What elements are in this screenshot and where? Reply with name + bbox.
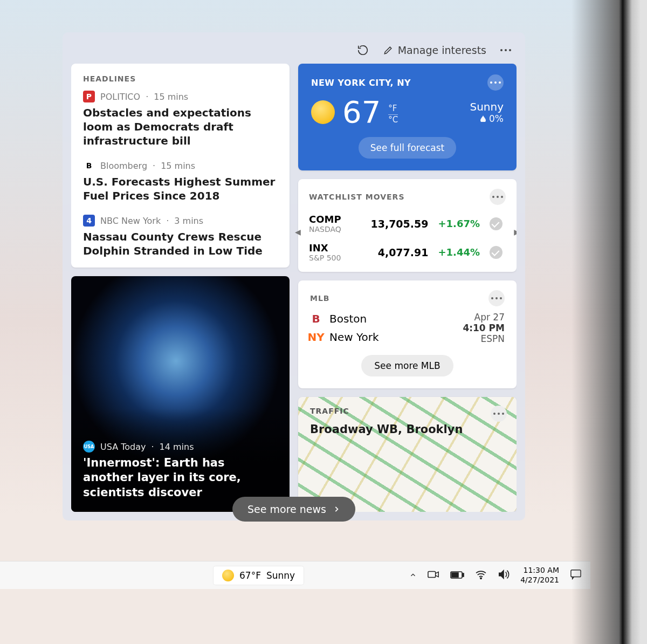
camera-icon (428, 570, 439, 579)
panel-toolbar: Manage interests (71, 41, 517, 64)
source-icon: P (83, 91, 95, 102)
traffic-title: TRAFFIC (310, 407, 505, 415)
refresh-icon (357, 44, 369, 56)
story-title: Nassau County Crews Rescue Dolphin Stran… (83, 230, 278, 258)
check-icon[interactable] (490, 217, 503, 230)
svg-rect-2 (463, 573, 464, 577)
see-more-mlb-button[interactable]: See more MLB (361, 355, 453, 376)
traffic-card[interactable]: TRAFFIC Broadway WB, Brooklyn (298, 397, 517, 512)
team-row[interactable]: NY New York (310, 331, 379, 344)
manage-interests-label: Manage interests (398, 44, 486, 56)
manage-interests-button[interactable]: Manage interests (383, 44, 486, 56)
game-network: ESPN (463, 333, 505, 344)
weather-temp: 67 (342, 97, 381, 127)
droplet-icon (480, 115, 486, 122)
team-name: New York (329, 331, 379, 344)
headline-story[interactable]: B Bloomberg · 15 mins U.S. Forecasts Hig… (83, 160, 278, 203)
ticker-price: 4,077.91 (378, 246, 429, 258)
taskbar-date: 4/27/2021 (520, 576, 559, 585)
story-time: 14 mins (160, 442, 194, 452)
mlb-more-button[interactable] (488, 290, 505, 306)
weather-humidity: 0% (489, 113, 504, 124)
ticker-symbol: INX (309, 242, 368, 254)
story-title: 'Innermost': Earth has another layer in … (83, 456, 278, 500)
source-name: USA Today (100, 442, 146, 452)
more-icon (493, 413, 504, 415)
weather-card[interactable]: NEW YORK CITY, NY 67 °F °C Sunny 0% (298, 64, 517, 170)
headlines-card: HEADLINES P POLITICO · 15 mins Obstacles… (71, 64, 290, 268)
more-icon (490, 81, 501, 84)
feature-story-card[interactable]: USA USA Today · 14 mins 'Innermost': Ear… (71, 276, 290, 512)
source-icon: 4 (83, 215, 95, 227)
headlines-title: HEADLINES (83, 74, 278, 83)
battery-icon (450, 571, 464, 579)
more-icon (491, 297, 502, 299)
game-meta: Apr 27 4:10 PM ESPN (463, 312, 505, 344)
watchlist-row[interactable]: INX S&P 500 4,077.91 +1.44% (309, 242, 506, 262)
headline-story[interactable]: P POLITICO · 15 mins Obstacles and expec… (83, 91, 278, 148)
game-date: Apr 27 (463, 312, 505, 323)
source-icon: B (83, 160, 95, 172)
weather-city: NEW YORK CITY, NY (311, 78, 411, 88)
temp-units[interactable]: °F °C (388, 104, 398, 125)
see-forecast-button[interactable]: See full forecast (359, 137, 456, 159)
check-icon[interactable] (490, 246, 503, 259)
ticker-price: 13,705.59 (370, 218, 428, 230)
sun-icon (222, 570, 234, 581)
source-name: Bloomberg (100, 161, 147, 171)
mlb-card: MLB B Boston NY New York (298, 280, 517, 388)
ticker-symbol: COMP (309, 214, 361, 225)
game-time: 4:10 PM (463, 323, 505, 333)
unit-c[interactable]: °C (388, 115, 398, 125)
battery-button[interactable] (450, 570, 464, 581)
svg-rect-3 (452, 573, 458, 577)
mlb-title: MLB (310, 294, 330, 303)
watchlist-row[interactable]: COMP NASDAQ 13,705.59 +1.67% (309, 214, 506, 234)
tray-expand-button[interactable] (409, 570, 417, 581)
unit-f[interactable]: °F (388, 104, 398, 115)
svg-point-4 (480, 578, 481, 579)
watchlist-more-button[interactable] (490, 189, 506, 205)
headline-story[interactable]: 4 NBC New York · 3 mins Nassau County Cr… (83, 215, 278, 258)
chevron-up-icon (409, 571, 417, 579)
watchlist-next-button[interactable]: ▶ (514, 228, 517, 236)
volume-button[interactable] (498, 569, 510, 582)
ticker-exchange: NASDAQ (309, 225, 361, 234)
taskbar-weather-button[interactable]: 67°F Sunny (214, 566, 304, 585)
watchlist-card: ◀ ▶ WATCHLIST MOVERS COMP NASDAQ 13,705.… (298, 179, 517, 272)
right-column: NEW YORK CITY, NY 67 °F °C Sunny 0% (298, 64, 517, 512)
panel-columns: HEADLINES P POLITICO · 15 mins Obstacles… (71, 64, 517, 512)
chevron-right-icon (333, 505, 340, 513)
taskbar-time: 11:30 AM (520, 566, 559, 576)
team-icon: NY (310, 331, 322, 343)
device-bezel (572, 0, 647, 644)
team-name: Boston (329, 312, 367, 325)
taskbar-clock[interactable]: 11:30 AM 4/27/2021 (520, 566, 559, 585)
team-row[interactable]: B Boston (310, 312, 379, 325)
ticker-change: +1.44% (438, 246, 480, 258)
source-name: NBC New York (100, 216, 161, 226)
taskbar: 67°F Sunny 11:30 AM 4/27/2021 (0, 561, 590, 589)
meet-now-button[interactable] (428, 570, 439, 581)
pencil-icon (383, 45, 394, 56)
sun-icon (311, 100, 335, 124)
traffic-more-button[interactable] (491, 406, 507, 422)
story-title: U.S. Forecasts Highest Summer Fuel Price… (83, 175, 278, 203)
notifications-button[interactable] (570, 569, 582, 582)
watchlist-prev-button[interactable]: ◀ (295, 228, 301, 236)
speaker-icon (498, 569, 510, 580)
team-icon: B (310, 313, 322, 325)
refresh-button[interactable] (357, 44, 369, 56)
panel-more-button[interactable] (500, 49, 511, 51)
wifi-button[interactable] (475, 570, 487, 581)
news-interests-panel: Manage interests HEADLINES P POLITICO · … (63, 32, 525, 520)
taskbar-temp: 67°F (239, 570, 261, 581)
wifi-icon (475, 570, 487, 579)
svg-rect-0 (428, 571, 436, 577)
see-more-news-button[interactable]: See more news (232, 497, 355, 522)
weather-more-button[interactable] (487, 74, 504, 91)
left-column: HEADLINES P POLITICO · 15 mins Obstacles… (71, 64, 290, 512)
taskbar-condition: Sunny (266, 570, 295, 581)
story-time: 15 mins (161, 161, 195, 171)
more-icon (500, 49, 511, 51)
